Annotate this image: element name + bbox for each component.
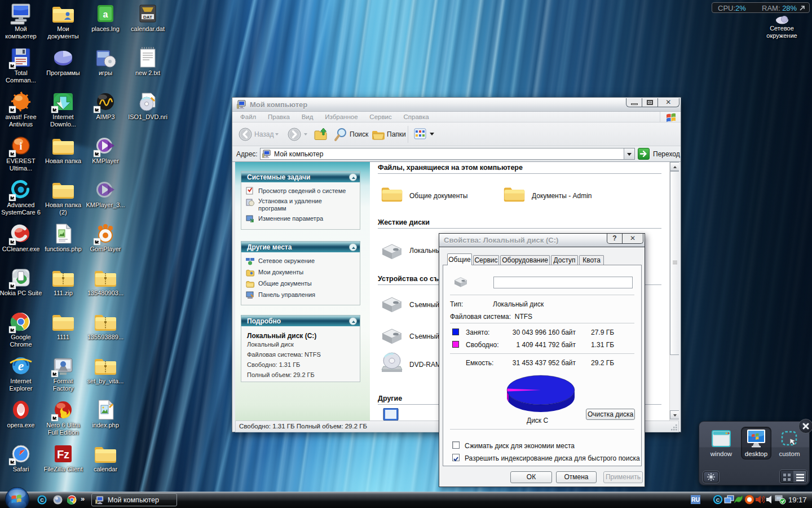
svg-text:a: a: [103, 10, 108, 19]
svg-text:i: i: [19, 141, 22, 152]
svg-text:e: e: [18, 358, 24, 373]
svg-text:Fz: Fz: [57, 448, 69, 461]
svg-text:C: C: [40, 497, 44, 503]
svg-text:C: C: [716, 497, 720, 503]
svg-text:DAT: DAT: [143, 15, 152, 20]
